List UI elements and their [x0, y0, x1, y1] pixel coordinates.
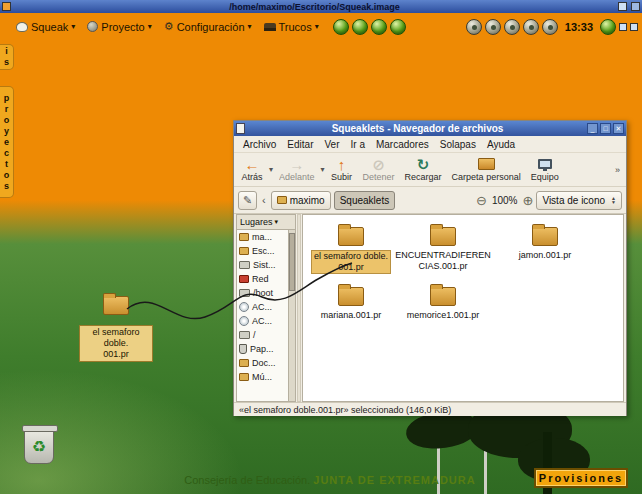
zoom-out-icon[interactable]: ⊖ — [476, 194, 487, 207]
forward-history-chevron-icon[interactable]: ▾ — [321, 165, 325, 174]
screen-tool-icon[interactable] — [618, 2, 627, 11]
footer-right-text: JUNTA DE EXTREMADURA — [313, 474, 475, 486]
menu-ir-a[interactable]: Ir a — [346, 138, 370, 151]
drive-icon — [239, 289, 250, 297]
maximize-button[interactable]: □ — [600, 123, 611, 134]
file-item-encuentradiferencias[interactable]: ENCUENTRADIFEREN CIAS.001.pr — [395, 227, 491, 272]
sidebar-resize-handle[interactable] — [297, 214, 301, 402]
folder-icon — [239, 373, 249, 381]
location-bar: ✎ ‹ maximo Squeaklets ⊖ 100% ⊕ Vista de … — [234, 187, 626, 214]
home-button[interactable]: Carpeta personal — [448, 155, 525, 185]
forward-button[interactable]: → Adelante — [275, 155, 319, 185]
view-mode-label: Vista de icono — [542, 195, 605, 206]
file-item-mariana[interactable]: mariana.001.pr — [309, 287, 393, 321]
menu-ayuda[interactable]: Ayuda — [482, 138, 520, 151]
computer-button[interactable]: Equipo — [527, 155, 563, 185]
sidebar-scrollbar[interactable] — [288, 230, 295, 401]
menu-configuracion[interactable]: ⚙ Configuración ▾ — [160, 19, 256, 35]
forward-arrow-icon: → — [289, 157, 304, 171]
provisiones-button[interactable]: Provisiones — [534, 468, 628, 488]
scrollbar-thumb[interactable] — [289, 233, 295, 291]
gear-icon: ⚙ — [164, 21, 174, 32]
corner-tool-icon-2[interactable] — [630, 23, 638, 31]
places-dropdown[interactable]: Lugares ▾ — [237, 215, 295, 230]
tool-button-5[interactable] — [542, 19, 558, 35]
reload-button[interactable]: ↻ Recargar — [401, 155, 446, 185]
nav-sphere-button-5[interactable] — [600, 19, 616, 35]
file-item-jamon[interactable]: jamon.001.pr — [499, 227, 591, 261]
up-button[interactable]: ↑ Subir — [327, 155, 357, 185]
stop-button[interactable]: ⊘ Detener — [359, 155, 399, 185]
screen-menu-icon[interactable] — [2, 2, 11, 11]
desktop-file-icon[interactable]: el semaforo doble. 001.pr — [79, 296, 153, 362]
menu-squeak[interactable]: Squeak ▾ — [12, 19, 79, 35]
path-squeaklets-label: Squeaklets — [340, 195, 389, 206]
tab-proyectos[interactable]: proyectos — [0, 86, 14, 198]
minimize-button[interactable]: _ — [587, 123, 598, 134]
tool-button-3[interactable] — [504, 19, 520, 35]
file-item-semaforo[interactable]: el semaforo doble. 001.pr — [309, 227, 393, 274]
nav-sphere-button-2[interactable] — [352, 19, 368, 35]
menu-solapas[interactable]: Solapas — [435, 138, 481, 151]
tool-button-4[interactable] — [523, 19, 539, 35]
sidebar-item-documentos[interactable]: Doc... — [237, 356, 295, 370]
sidebar-item-label: Pap... — [250, 344, 274, 354]
menu-trucos[interactable]: Trucos ▾ — [260, 19, 323, 35]
zoom-in-icon[interactable]: ⊕ — [523, 194, 534, 207]
window-menu-bar: Archivo Editar Ver Ir a Marcadores Solap… — [234, 136, 626, 153]
sidebar-item-label: Doc... — [252, 358, 276, 368]
file-label: memorice1.001.pr — [405, 310, 482, 321]
computer-icon — [538, 157, 552, 171]
sidebar-item-ac1[interactable]: AC... — [237, 300, 295, 314]
back-button[interactable]: ← Atrás — [237, 155, 267, 185]
nav-sphere-button-4[interactable] — [390, 19, 406, 35]
back-history-chevron-icon[interactable]: ▾ — [269, 165, 273, 174]
footer-left-text: Consejería de Educación. — [184, 474, 310, 486]
sidebar-item-boot[interactable]: /boot — [237, 286, 295, 300]
menu-ver[interactable]: Ver — [319, 138, 344, 151]
window-title-bar[interactable]: Squeaklets - Navegador de archivos _ □ ✕ — [234, 121, 626, 136]
path-button-squeaklets[interactable]: Squeaklets — [334, 191, 395, 210]
sidebar-item-label: Sist... — [253, 260, 276, 270]
edit-location-button[interactable]: ✎ — [238, 191, 257, 210]
folder-icon — [338, 287, 364, 306]
path-scroll-left-button[interactable]: ‹ — [260, 194, 268, 206]
sidebar-item-escritorio[interactable]: Esc... — [237, 244, 295, 258]
screen-title-bar: /home/maximo/Escritorio/Squeak.image — [0, 0, 642, 13]
sidebar-item-ac2[interactable]: AC... — [237, 314, 295, 328]
sidebar-item-label: Mú... — [252, 372, 272, 382]
nav-sphere-button-1[interactable] — [333, 19, 349, 35]
navigation-buttons — [333, 19, 406, 35]
folder-icon — [430, 287, 456, 306]
menu-proyecto[interactable]: Proyecto ▾ — [83, 19, 155, 35]
sidebar-item-papelera[interactable]: Pap... — [237, 342, 295, 356]
close-button[interactable]: ✕ — [613, 123, 624, 134]
tool-buttons: 13:33 — [466, 19, 638, 35]
home-label: Carpeta personal — [452, 172, 521, 182]
menu-editar[interactable]: Editar — [282, 138, 318, 151]
tab-is[interactable]: is — [0, 44, 14, 70]
trash-bin[interactable]: ♻ — [18, 428, 60, 476]
tool-button-2[interactable] — [485, 19, 501, 35]
toolbar-overflow-button[interactable]: » — [612, 165, 623, 175]
status-bar: «el semaforo doble.001.pr» seleccionado … — [234, 402, 626, 416]
tool-button-1[interactable] — [466, 19, 482, 35]
file-item-memorice[interactable]: memorice1.001.pr — [395, 287, 491, 321]
sidebar-item-sistema[interactable]: Sist... — [237, 258, 295, 272]
sidebar-item-maximo[interactable]: ma... — [237, 230, 295, 244]
file-manager-window: Squeaklets - Navegador de archivos _ □ ✕… — [233, 120, 627, 416]
drive-icon — [239, 261, 250, 269]
sidebar-item-red[interactable]: Red — [237, 272, 295, 286]
file-list-area[interactable]: el semaforo doble. 001.pr ENCUENTRADIFER… — [302, 214, 624, 402]
places-label: Lugares — [240, 217, 273, 227]
nav-sphere-button-3[interactable] — [371, 19, 387, 35]
menu-archivo[interactable]: Archivo — [238, 138, 281, 151]
menu-marcadores[interactable]: Marcadores — [371, 138, 434, 151]
sidebar-item-musica[interactable]: Mú... — [237, 370, 295, 384]
forward-label: Adelante — [279, 172, 315, 182]
path-button-maximo[interactable]: maximo — [271, 191, 331, 210]
corner-tool-icon-1[interactable] — [619, 23, 627, 31]
sidebar-item-root[interactable]: / — [237, 328, 295, 342]
screen-close-icon[interactable] — [631, 2, 640, 11]
view-mode-dropdown[interactable]: Vista de icono ▲▼ — [536, 191, 622, 210]
